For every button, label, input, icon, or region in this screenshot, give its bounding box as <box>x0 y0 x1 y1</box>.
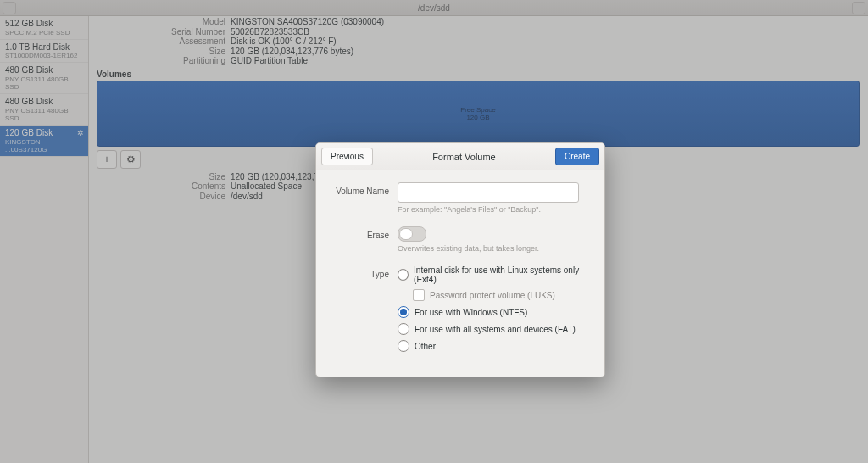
dialog-header: Previous Format Volume Create <box>316 143 604 170</box>
type-option-other[interactable]: Other <box>398 340 589 352</box>
type-radio-group: Internal disk for use with Linux systems… <box>398 265 589 357</box>
volume-name-input[interactable] <box>398 182 579 203</box>
type-option-ntfs[interactable]: For use with Windows (NTFS) <box>398 306 589 318</box>
format-volume-dialog: Previous Format Volume Create Volume Nam… <box>315 142 605 377</box>
type-luks-checkbox[interactable]: Password protect volume (LUKS) <box>413 289 589 301</box>
dialog-title: Format Volume <box>373 152 555 162</box>
type-label: Type <box>326 265 398 279</box>
erase-hint: Overwrites existing data, but takes long… <box>398 244 589 253</box>
create-button[interactable]: Create <box>555 148 599 165</box>
volume-name-hint: For example: "Angela's Files" or "Backup… <box>398 205 589 214</box>
previous-button[interactable]: Previous <box>321 148 373 165</box>
dialog-body: Volume Name For example: "Angela's Files… <box>316 170 604 377</box>
type-option-ext4[interactable]: Internal disk for use with Linux systems… <box>398 265 589 284</box>
type-option-fat[interactable]: For use with all systems and devices (FA… <box>398 323 589 335</box>
volume-name-label: Volume Name <box>326 182 398 196</box>
erase-label: Erase <box>326 226 398 240</box>
erase-switch[interactable] <box>398 226 426 242</box>
